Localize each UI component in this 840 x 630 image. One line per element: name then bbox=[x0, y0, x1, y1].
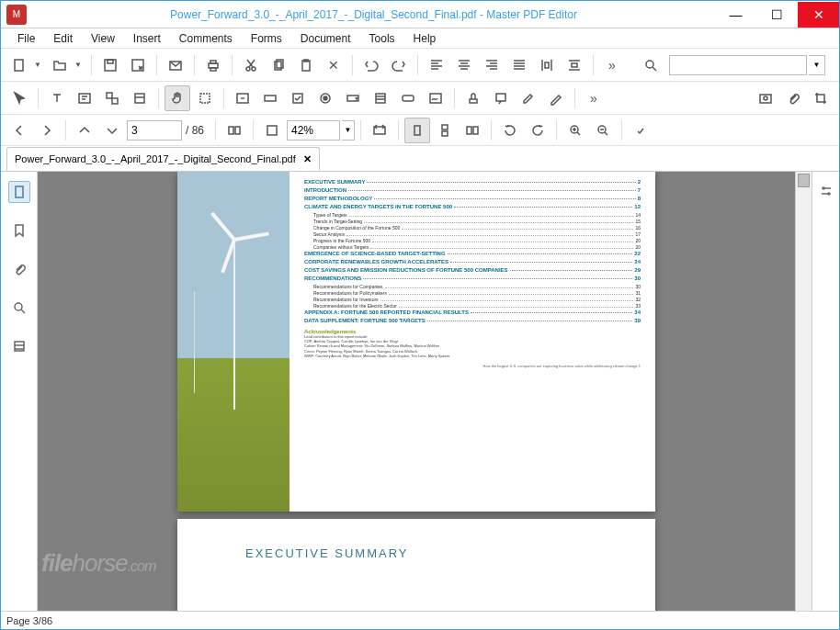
select-area-button[interactable] bbox=[192, 85, 218, 111]
save-button[interactable] bbox=[97, 52, 123, 78]
menu-document[interactable]: Document bbox=[291, 30, 360, 47]
menu-edit[interactable]: Edit bbox=[44, 30, 82, 47]
link-tool-button[interactable] bbox=[230, 85, 255, 111]
paste-button[interactable] bbox=[293, 52, 319, 78]
radio-button[interactable] bbox=[312, 85, 338, 111]
document-tab[interactable]: Power_Forward_3.0_-_April_2017_-_Digital… bbox=[6, 147, 320, 171]
vertical-scrollbar[interactable] bbox=[795, 172, 812, 611]
fit-page-button[interactable] bbox=[259, 118, 285, 143]
more-tools2-button[interactable]: » bbox=[581, 85, 607, 111]
align-left-button[interactable] bbox=[424, 52, 449, 78]
fit-width-button[interactable] bbox=[367, 118, 392, 143]
edit-object-button[interactable] bbox=[99, 85, 125, 111]
combobox-button[interactable] bbox=[340, 85, 366, 111]
copy-button[interactable] bbox=[266, 52, 291, 78]
edit-text-button[interactable] bbox=[72, 85, 97, 111]
distribute-h-button[interactable] bbox=[534, 52, 560, 78]
prev-view-button[interactable] bbox=[6, 118, 32, 143]
more-tools-button[interactable]: » bbox=[599, 52, 625, 78]
attachment-button[interactable] bbox=[780, 85, 806, 111]
continuous-button[interactable] bbox=[432, 118, 458, 143]
text-field-button[interactable] bbox=[257, 85, 283, 111]
prev-page-button[interactable] bbox=[72, 118, 97, 143]
stamp-button[interactable] bbox=[460, 85, 486, 111]
document-viewport[interactable]: EXECUTIVE SUMMARY2INTRODUCTION7REPORT ME… bbox=[38, 172, 795, 611]
zoom-level[interactable]: 42% bbox=[287, 120, 340, 141]
note-button[interactable] bbox=[488, 85, 514, 111]
new-document-button[interactable] bbox=[6, 52, 32, 78]
highlight-button[interactable] bbox=[516, 85, 541, 111]
open-dropdown-icon[interactable]: ▼ bbox=[74, 61, 82, 69]
menu-comments[interactable]: Comments bbox=[170, 30, 242, 47]
text-select-button[interactable] bbox=[44, 85, 70, 111]
tab-label: Power_Forward_3.0_-_April_2017_-_Digital… bbox=[15, 153, 296, 164]
pdf-page-3: EXECUTIVE SUMMARY2INTRODUCTION7REPORT ME… bbox=[177, 172, 655, 512]
menu-view[interactable]: View bbox=[82, 30, 124, 47]
app-icon: M bbox=[6, 5, 27, 25]
next-page-button[interactable] bbox=[99, 118, 125, 143]
zoom-dropdown-icon[interactable]: ▼ bbox=[342, 120, 355, 141]
next-view-button[interactable] bbox=[34, 118, 60, 143]
menu-tools[interactable]: Tools bbox=[360, 30, 404, 47]
svg-rect-35 bbox=[267, 126, 277, 135]
save-as-button[interactable] bbox=[125, 52, 151, 78]
checkbox-button[interactable] bbox=[285, 85, 311, 111]
button-field-button[interactable] bbox=[395, 85, 421, 111]
zoom-out-marquee-button[interactable] bbox=[590, 118, 616, 143]
crop-button[interactable] bbox=[808, 85, 834, 111]
facing-button[interactable] bbox=[460, 118, 485, 143]
layers-panel-button[interactable] bbox=[8, 335, 30, 357]
svg-point-9 bbox=[252, 67, 255, 71]
menubar: File Edit View Insert Comments Forms Doc… bbox=[1, 28, 839, 49]
toc-subitem: Change in Composition of the Fortune 500… bbox=[304, 225, 641, 231]
thumbnails-panel-button[interactable] bbox=[8, 181, 30, 203]
listbox-button[interactable] bbox=[368, 85, 393, 111]
close-window-button[interactable]: ✕ bbox=[798, 2, 839, 28]
menu-file[interactable]: File bbox=[8, 30, 44, 47]
redo-button[interactable] bbox=[386, 52, 412, 78]
open-button[interactable] bbox=[47, 52, 73, 78]
new-dropdown-icon[interactable]: ▼ bbox=[34, 61, 41, 69]
distribute-v-button[interactable] bbox=[562, 52, 587, 78]
page-number-input[interactable] bbox=[127, 120, 182, 141]
rotate-right-button[interactable] bbox=[525, 118, 551, 143]
scrollbar-thumb[interactable] bbox=[798, 174, 810, 187]
signature-field-button[interactable] bbox=[423, 85, 448, 111]
bookmarks-panel-button[interactable] bbox=[8, 219, 30, 242]
delete-button[interactable]: ✕ bbox=[321, 52, 346, 78]
print-button[interactable] bbox=[200, 52, 226, 78]
align-justify-button[interactable] bbox=[506, 52, 532, 78]
search-panel-button[interactable] bbox=[8, 297, 30, 319]
maximize-button[interactable]: ☐ bbox=[756, 2, 798, 28]
undo-button[interactable] bbox=[358, 52, 384, 78]
edit-form-button[interactable] bbox=[127, 85, 153, 111]
close-tab-icon[interactable]: ✕ bbox=[303, 153, 312, 165]
snapshot-button[interactable] bbox=[753, 85, 778, 111]
pencil-button[interactable] bbox=[543, 85, 569, 111]
hand-tool-button[interactable] bbox=[165, 85, 190, 111]
toc-subitem: Companies without Targets20 bbox=[304, 244, 641, 250]
properties-panel-button[interactable] bbox=[816, 181, 836, 201]
align-center-button[interactable] bbox=[451, 52, 477, 78]
grid-button[interactable] bbox=[628, 118, 653, 143]
zoom-value: 42% bbox=[291, 124, 313, 137]
toc-subitem: Types of Targets14 bbox=[304, 212, 641, 218]
menu-forms[interactable]: Forms bbox=[242, 30, 291, 47]
menu-help[interactable]: Help bbox=[404, 30, 446, 47]
single-page-button[interactable] bbox=[404, 118, 430, 143]
attachments-panel-button[interactable] bbox=[8, 258, 30, 280]
search-input[interactable] bbox=[669, 55, 807, 75]
pointer-tool-button[interactable] bbox=[6, 85, 32, 111]
menu-insert[interactable]: Insert bbox=[124, 30, 170, 47]
email-button[interactable] bbox=[163, 52, 188, 78]
align-right-button[interactable] bbox=[479, 52, 505, 78]
toc-subitem: Progress in the Fortune 50020 bbox=[304, 238, 641, 243]
minimize-button[interactable]: — bbox=[715, 2, 756, 28]
actual-size-button[interactable] bbox=[221, 118, 247, 143]
zoom-in-marquee-button[interactable] bbox=[562, 118, 588, 143]
search-dropdown-icon[interactable]: ▼ bbox=[809, 55, 825, 75]
rotate-left-button[interactable] bbox=[497, 118, 523, 143]
svg-rect-27 bbox=[403, 96, 414, 101]
svg-rect-19 bbox=[200, 94, 210, 103]
cut-button[interactable] bbox=[238, 52, 264, 78]
